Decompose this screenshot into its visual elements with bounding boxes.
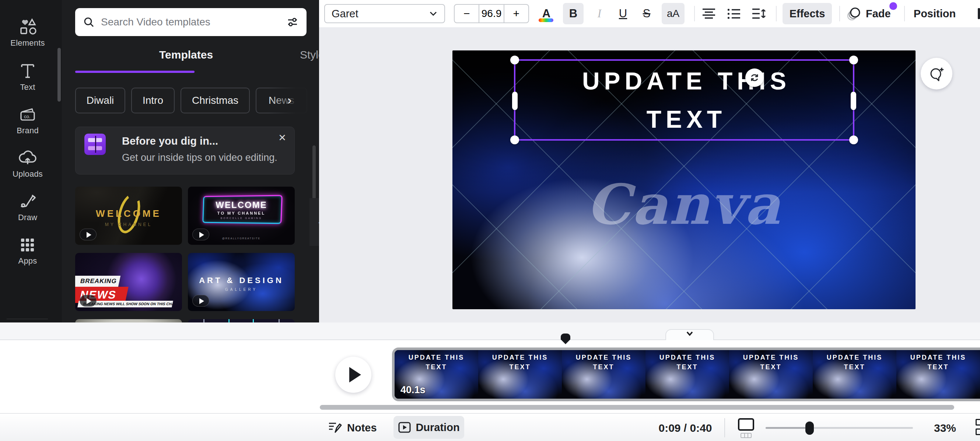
toolbar-divider <box>839 6 840 21</box>
line-spacing-icon <box>752 8 766 19</box>
play-badge-icon[interactable] <box>192 228 209 240</box>
timeline-horizontal-scrollbar[interactable] <box>320 405 954 410</box>
sidebar-item-label: Draw <box>0 213 55 222</box>
effects-button[interactable]: Effects <box>783 3 832 24</box>
font-size-input[interactable]: 96.9 <box>479 5 504 22</box>
zoom-percent: 33% <box>928 422 962 435</box>
search-input[interactable]: Search Video templates <box>101 16 286 28</box>
sidebar-item-text[interactable]: Text <box>0 61 55 92</box>
play-badge-icon[interactable] <box>192 295 209 307</box>
clip-frame: UPDATE THISTEXT <box>562 350 646 399</box>
text-icon <box>0 61 55 80</box>
tab-templates[interactable]: Templates <box>159 49 213 61</box>
fade-icon <box>846 6 862 22</box>
rotate-handle[interactable] <box>745 68 764 87</box>
clip-frame: UPDATE THISTEXT <box>478 350 562 399</box>
playhead-marker[interactable] <box>561 333 570 344</box>
template-subtitle: GALLERY <box>188 287 295 292</box>
duration-button[interactable]: Duration <box>393 416 464 439</box>
video-clip-strip[interactable]: UPDATE THISTEXT UPDATE THISTEXT UPDATE T… <box>392 347 980 401</box>
search-box[interactable]: Search Video templates <box>75 8 307 36</box>
line-spacing-button[interactable] <box>749 5 768 22</box>
strikethrough-button[interactable]: S <box>637 3 656 24</box>
toolbar-divider <box>904 6 905 21</box>
duration-label: Duration <box>415 422 460 434</box>
play-badge-icon[interactable] <box>80 295 97 307</box>
text-element-content[interactable]: UPDATE THIS TEXT <box>515 61 853 139</box>
template-neon-welcome[interactable]: WELCOME TO MY CHANNEL BORCELLE GAMING @R… <box>188 187 295 245</box>
svg-text:co.: co. <box>24 114 30 119</box>
chip-christmas[interactable]: Christmas <box>181 87 250 113</box>
underline-button[interactable]: U <box>614 3 632 24</box>
sidebar-item-draw[interactable]: Draw <box>0 192 55 222</box>
expanded-view-icon <box>738 418 754 431</box>
sidebar-item-label: Uploads <box>0 169 55 179</box>
play-button[interactable] <box>335 357 371 393</box>
canva-video-editor: Elements Text co. Brand <box>0 0 980 441</box>
chevron-down-icon <box>429 11 438 17</box>
breaking-banner: BREAKING <box>75 276 121 287</box>
resize-handle-top-right[interactable] <box>849 56 858 64</box>
clipped-toolbar-icon <box>978 8 980 19</box>
chip-diwali[interactable]: Diwali <box>75 87 125 113</box>
template-subtitle: TO MY CHANNEL <box>188 211 295 215</box>
italic-button[interactable]: I <box>590 3 609 24</box>
template-welcome-gold[interactable]: WELCOME MY CHANNEL <box>75 187 182 245</box>
chevron-down-icon <box>684 330 695 338</box>
resize-handle-right[interactable] <box>851 92 856 110</box>
fade-label: Fade <box>866 8 891 20</box>
active-tab-underline <box>75 71 194 73</box>
zoom-slider-knob[interactable] <box>805 422 814 435</box>
fade-notification-dot <box>889 2 897 10</box>
sidebar-scrollbar[interactable] <box>57 48 61 102</box>
template-caption: BORCELLE GAMING <box>188 217 295 219</box>
bold-button[interactable]: B <box>563 3 584 24</box>
font-family-select[interactable]: Garet <box>324 4 445 23</box>
notes-button[interactable]: Notes <box>328 417 377 439</box>
position-button[interactable]: Position <box>911 3 959 24</box>
template-title: WELCOME <box>75 208 182 219</box>
clipped-pages-icon <box>975 419 980 436</box>
timeline-zoom-slider[interactable] <box>765 419 913 436</box>
sidebar-item-uploads[interactable]: Uploads <box>0 148 55 179</box>
timeline-view-toggle[interactable] <box>738 417 755 439</box>
sidebar-item-brand[interactable]: co. Brand <box>0 105 55 135</box>
sidebar-item-label: Apps <box>0 256 55 266</box>
template-breaking-news[interactable]: BREAKING NEWS BREAKING NEWS WILL SHOW SO… <box>75 253 182 311</box>
clip-frame: UPDATE THISTEXT <box>896 350 980 399</box>
text-case-button[interactable]: aA <box>662 3 684 24</box>
close-icon[interactable]: ✕ <box>278 132 286 144</box>
resize-handle-left[interactable] <box>512 92 518 110</box>
template-art-design[interactable]: ART & DESIGN GALLERY <box>188 253 295 311</box>
filmstrip-view-icon <box>741 433 752 438</box>
add-comment-button[interactable] <box>921 58 952 89</box>
chip-intro[interactable]: Intro <box>131 87 175 113</box>
text-align-button[interactable] <box>699 5 718 22</box>
timeline-divider <box>714 339 980 340</box>
search-icon <box>83 17 94 28</box>
chips-scroll-right-button[interactable]: › <box>287 93 302 108</box>
sidebar-item-elements[interactable]: Elements <box>0 17 55 48</box>
filter-icon[interactable] <box>286 16 298 28</box>
font-size-decrease-button[interactable]: − <box>455 5 479 22</box>
list-button[interactable] <box>724 5 743 22</box>
sidebar-item-apps[interactable]: Apps <box>0 235 55 266</box>
resize-handle-bottom-left[interactable] <box>510 135 519 144</box>
clip-frame: UPDATE THISTEXT <box>813 350 896 399</box>
video-page[interactable]: Canva UPDATE THIS TEXT <box>452 51 916 309</box>
footer-divider <box>724 418 725 437</box>
resize-handle-bottom-right[interactable] <box>849 135 858 144</box>
timeline-collapse-button[interactable] <box>665 329 714 340</box>
resize-handle-top-left[interactable] <box>510 56 519 64</box>
uploads-icon <box>0 148 55 167</box>
rotate-icon <box>749 73 760 83</box>
font-size-increase-button[interactable]: + <box>504 5 528 22</box>
clip-duration-badge: 40.1s <box>401 384 426 396</box>
timeline-panel: UPDATE THISTEXT UPDATE THISTEXT UPDATE T… <box>0 322 980 413</box>
selected-text-element[interactable]: UPDATE THIS TEXT <box>514 59 854 141</box>
sidebar-item-label: Brand <box>0 126 55 135</box>
elements-icon <box>0 17 55 36</box>
play-badge-icon[interactable] <box>80 228 97 240</box>
zoom-slider-fill <box>765 427 810 429</box>
canva-watermark: Canva <box>452 172 916 237</box>
